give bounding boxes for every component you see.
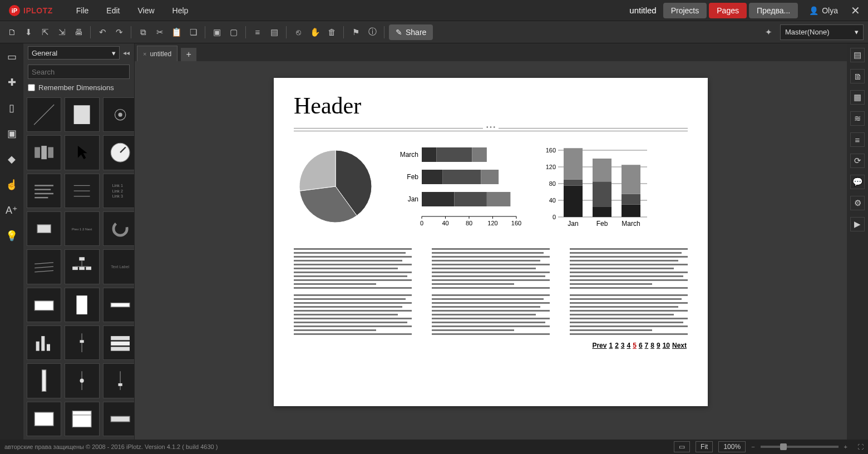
canvas[interactable]: Header MarchFebJan04080120160 0408012016… <box>135 61 847 440</box>
pages-button[interactable]: Pages <box>709 3 747 18</box>
new-file-icon[interactable]: 🗋 <box>4 25 19 40</box>
duplicate-icon[interactable]: ❏ <box>186 25 200 40</box>
pager-link[interactable]: 10 <box>663 342 670 349</box>
remember-dimensions-checkbox[interactable] <box>28 84 35 91</box>
projects-button[interactable]: Projects <box>663 3 707 18</box>
component-page[interactable] <box>65 288 99 322</box>
component-window[interactable] <box>27 402 61 436</box>
redo-icon[interactable]: ↷ <box>112 25 126 40</box>
paste-icon[interactable]: 📋 <box>169 25 184 40</box>
present-icon[interactable]: ▶ <box>850 217 865 231</box>
pager-link[interactable]: 9 <box>657 342 660 349</box>
group-icon[interactable]: ▣ <box>210 25 224 40</box>
pager-link[interactable]: 1 <box>609 342 613 349</box>
pager-link[interactable]: 5 <box>633 342 637 349</box>
component-card[interactable] <box>65 97 99 132</box>
component-line[interactable] <box>27 97 61 132</box>
template-icon[interactable]: ▦ <box>850 90 865 105</box>
pager-link[interactable]: 3 <box>621 342 625 349</box>
search-input[interactable] <box>28 65 130 79</box>
history-icon[interactable]: ⟳ <box>850 154 865 168</box>
widgets-icon[interactable]: ▭ <box>5 50 18 63</box>
magic-icon[interactable]: ✦ <box>761 25 776 40</box>
page-icon[interactable]: 🗎 <box>850 69 865 83</box>
vertical-bar-chart[interactable]: 04080120160JanFebMarch <box>539 145 655 234</box>
mockup-page[interactable]: Header MarchFebJan04080120160 0408012016… <box>274 78 708 406</box>
component-calendar[interactable] <box>65 402 99 436</box>
settings-icon[interactable]: ⚙ <box>850 196 865 210</box>
component-spinner[interactable] <box>103 211 134 246</box>
align-icon[interactable]: ≡ <box>250 25 265 40</box>
component-slider2[interactable] <box>65 363 99 398</box>
component-barchart[interactable] <box>27 325 61 360</box>
text-columns[interactable] <box>294 243 688 335</box>
distribute-icon[interactable]: ▤ <box>267 25 282 40</box>
puzzle-icon[interactable]: ✚ <box>5 76 18 89</box>
pager-link[interactable]: 4 <box>627 342 631 349</box>
tab-close-icon[interactable]: × <box>143 51 146 57</box>
pager-link[interactable]: 7 <box>645 342 649 349</box>
component-list[interactable] <box>65 174 99 208</box>
open-icon[interactable]: ⬇ <box>21 25 36 40</box>
divider[interactable] <box>294 128 688 131</box>
pager-link[interactable]: 8 <box>650 342 654 349</box>
layers-icon[interactable]: ≋ <box>850 111 865 126</box>
component-links[interactable]: Link 1Link 2Link 3 <box>103 174 134 208</box>
horizontal-bar-chart[interactable]: MarchFebJan04080120160 <box>394 145 522 234</box>
pager-link[interactable]: 2 <box>615 342 619 349</box>
fit-button[interactable]: Fit <box>696 441 713 452</box>
zoom-value[interactable]: 100% <box>718 441 746 452</box>
component-input[interactable] <box>103 288 134 322</box>
component-paragraph[interactable] <box>27 174 61 208</box>
component-carousel[interactable] <box>27 135 61 170</box>
component-radio[interactable] <box>103 97 134 132</box>
pagination[interactable]: Prev12345678910Next <box>294 342 688 349</box>
print-icon[interactable]: 🖶 <box>71 25 86 40</box>
menu-edit[interactable]: Edit <box>100 3 126 18</box>
device-icon[interactable]: ▯ <box>5 101 18 115</box>
page-header[interactable]: Header <box>294 92 688 119</box>
delete-icon[interactable]: 🗑 <box>324 25 339 40</box>
zoom-thumb[interactable] <box>780 443 787 450</box>
list-icon[interactable]: ≡ <box>850 132 865 147</box>
zoom-in-icon[interactable]: + <box>844 443 847 450</box>
responsive-icon[interactable]: ▭ <box>674 441 690 452</box>
menu-file[interactable]: File <box>70 3 96 18</box>
copy-icon[interactable]: ⧉ <box>136 25 150 40</box>
flag-icon[interactable]: ⚑ <box>348 25 363 40</box>
component-vslider[interactable] <box>65 325 99 360</box>
component-slider3[interactable] <box>103 363 134 398</box>
master-select[interactable]: Master(None) ▾ <box>780 24 864 40</box>
user-chip[interactable]: 👤 Olya <box>809 6 838 15</box>
cut-icon[interactable]: ✂ <box>152 25 167 40</box>
pager-link[interactable]: Next <box>672 342 687 349</box>
pie-chart[interactable] <box>294 145 377 228</box>
share-button[interactable]: ✎ Share <box>389 24 433 40</box>
shape-icon[interactable]: ◆ <box>5 152 18 166</box>
close-app-button[interactable]: ✕ <box>846 1 865 20</box>
component-pagination[interactable]: Prev 1 2 Next <box>65 211 99 246</box>
link-icon[interactable]: ⎋ <box>291 25 305 40</box>
document-tab[interactable]: × untitled <box>137 46 177 61</box>
image-icon[interactable]: ▣ <box>5 127 18 140</box>
collapse-panel-button[interactable]: ◂◂ <box>123 49 130 57</box>
pages-panel-icon[interactable]: ▤ <box>850 48 865 62</box>
add-tab-button[interactable]: + <box>181 48 196 61</box>
component-ruler-v[interactable] <box>27 363 61 398</box>
zoom-out-icon[interactable]: − <box>751 443 754 450</box>
zoom-slider[interactable] <box>761 446 839 448</box>
component-cursor[interactable] <box>65 135 99 170</box>
touch-icon[interactable]: ☝ <box>5 178 18 191</box>
preview-button[interactable]: Предва... <box>749 3 798 18</box>
undo-icon[interactable]: ↶ <box>95 25 110 40</box>
ungroup-icon[interactable]: ▢ <box>226 25 241 40</box>
component-tabs[interactable] <box>103 325 134 360</box>
menu-view[interactable]: View <box>131 3 161 18</box>
component-tooltip[interactable] <box>27 288 61 322</box>
component-button[interactable] <box>103 402 134 436</box>
hand-icon[interactable]: ✋ <box>308 25 322 40</box>
comments-icon[interactable]: 💬 <box>850 175 865 189</box>
export-icon[interactable]: ⇱ <box>38 25 52 40</box>
component-textlabel[interactable]: Text Label <box>103 249 134 284</box>
import-icon[interactable]: ⇲ <box>55 25 69 40</box>
